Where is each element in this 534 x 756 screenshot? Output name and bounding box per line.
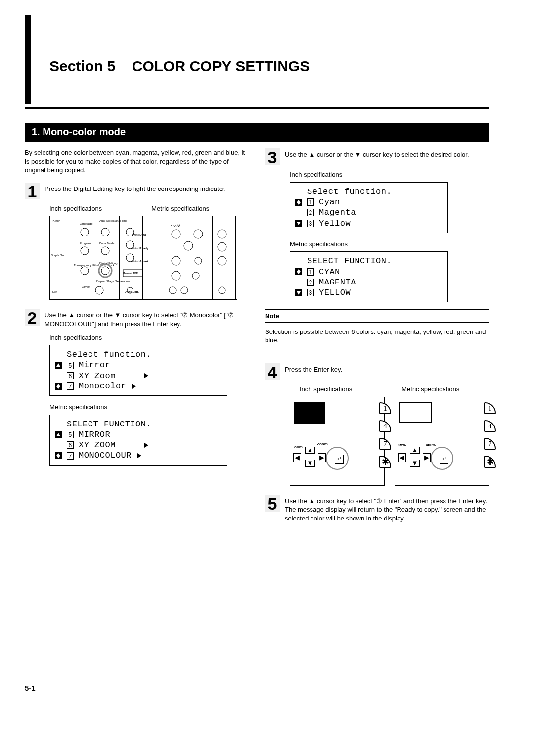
cursor-current-icon [295,268,302,275]
lcd-screen-icon [294,402,325,424]
opt-text: Cyan [319,197,340,207]
step-number: 1 [25,183,40,199]
opt-num: 2 [307,279,314,286]
svg-point-24 [99,264,112,277]
key-4: 4 [379,420,391,432]
step-number: 3 [265,148,280,165]
key-1: 1 [484,402,496,414]
cursor-up-icon [55,362,62,369]
svg-point-10 [127,287,133,293]
inch-label: Inch specifications [300,385,352,394]
pct25-label: 25% [398,443,406,448]
svg-point-0 [81,228,89,236]
nav-left-icon: ◀ [293,453,301,462]
cursor-down-icon [295,289,302,296]
metric-label: Metric specifications [401,385,459,394]
cursor-current-icon [55,383,62,390]
svg-point-5 [101,267,109,275]
svg-point-22 [218,256,226,265]
section-header: Section 5 COLOR COPY SETTINGS [25,15,490,104]
panel-svg-icon [50,216,237,300]
lcd-step2-metric: SELECT FUNCTION. 5MIRROR 6XY ZOOM 7MONOC… [49,415,227,466]
step-number: 4 [265,363,280,380]
svg-point-12 [194,230,203,238]
lcd-step3-metric: SELECT FUNCTION. 1CYAN 2MAGENTA 3YELLOW [290,251,448,302]
svg-point-8 [126,241,134,249]
opt-text: MONOCOLOUR [79,450,132,461]
highlight-circle-icon [326,447,349,470]
svg-point-16 [172,271,180,280]
opt-text: MAGENTA [319,277,356,287]
opt-num: 6 [67,441,74,449]
svg-point-17 [192,272,199,279]
step-text: Use the ▲ cursor key to select "① Enter"… [285,495,490,523]
svg-point-1 [101,228,109,236]
opt-num: 3 [307,289,314,296]
step-text: Use the ▲ cursor or the ▼ cursor key to … [285,148,490,159]
highlight-circle-icon [431,447,453,470]
key-1: 1 [379,402,391,414]
opt-text: Yellow [319,218,351,229]
opt-num: 7 [67,452,74,460]
spec-labels-row: Inch specifications Metric specification… [300,385,490,394]
svg-point-4 [81,267,89,275]
tab-ornament [25,15,31,104]
step-5: 5 Use the ▲ cursor key to select "① Ente… [265,495,490,523]
submenu-icon [144,443,148,448]
metric-label: Metric specifications [151,204,209,213]
cursor-up-icon [55,431,62,438]
opt-text: MIRROR [79,429,110,440]
note-separator [265,350,490,350]
step-text: Press the Digital Editing key to light t… [44,183,249,193]
nav-down-icon: ▼ [410,460,420,467]
svg-rect-25 [123,270,143,277]
opt-num: 1 [307,268,314,276]
key-4: 4 [484,420,496,432]
nav-down-icon: ▼ [305,460,315,467]
opt-text: XY Zoom [79,371,116,381]
panel-illustration: Punch Language Auto Selection/ Filing Pr… [49,216,237,300]
nav-up-icon: ▲ [410,447,420,454]
zoom-tiny: oom [294,445,303,450]
opt-num: 1 [307,198,314,206]
lcd-step3-inch: Select function. 1Cyan 2Magenta 3Yellow [290,182,448,233]
cursor-down-icon [295,220,302,227]
svg-point-6 [95,286,103,294]
opt-num: 7 [67,382,74,390]
key-7: 7 [379,438,391,450]
opt-num: 2 [307,209,314,216]
svg-point-18 [169,287,176,294]
rule-heavy [25,107,490,109]
opt-num: 5 [67,362,74,369]
section-name: COLOR COPY SETTINGS [132,58,310,74]
lcd-title: SELECT FUNCTION. [67,419,151,429]
step-2: 2 Use the ▲ cursor or the ▼ cursor key t… [25,309,249,328]
step-4: 4 Press the Enter key. [265,363,490,380]
nav-right-icon: ▶ [318,453,326,462]
svg-point-19 [181,287,188,294]
inch-label: Inch specifications [49,333,249,342]
svg-point-13 [184,241,193,250]
opt-num: 3 [307,220,314,227]
note-label: Note [265,309,490,323]
cursor-current-icon [295,199,302,206]
svg-point-7 [126,228,134,236]
lcd-title: Select function. [67,349,151,360]
metric-label: Metric specifications [49,403,249,412]
svg-point-9 [126,254,134,262]
svg-point-14 [172,256,180,265]
svg-point-3 [101,247,109,255]
lcd-title: Select function. [307,187,392,197]
step-number: 5 [265,495,280,512]
svg-point-2 [81,247,89,255]
page-number: 5-1 [25,683,249,693]
lcd-step2-inch: Select function. 5Mirror 6XY Zoom 7Monoc… [49,345,227,396]
section-title: Section 5 COLOR COPY SETTINGS [49,56,310,104]
submenu-icon [137,453,141,458]
intro-text: By selecting one color between cyan, mag… [25,148,249,175]
keypad-illustration-metric: 25% 400% ▲ ▼ ◀ ▶ ↵ 1 4 7 ✱ [395,397,490,486]
spec-labels-row: Inch specifications Metric specification… [49,204,249,213]
inch-label: Inch specifications [49,204,102,213]
svg-point-15 [195,257,202,264]
nav-right-icon: ▶ [423,453,431,462]
